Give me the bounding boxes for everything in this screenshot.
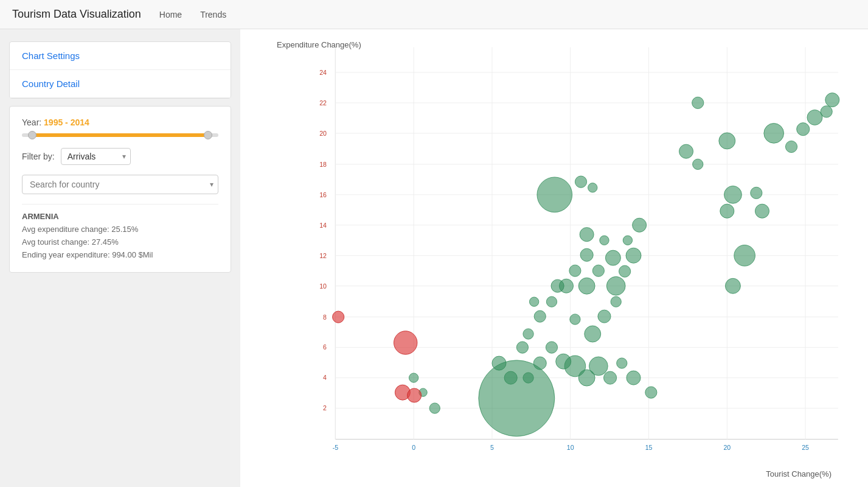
bubble[interactable] <box>645 387 657 398</box>
bubble[interactable] <box>617 358 627 368</box>
sidebar: Chart Settings Country Detail Year: 1995… <box>0 29 240 487</box>
bubble[interactable] <box>821 106 832 117</box>
bubble[interactable] <box>626 248 641 263</box>
svg-text:2: 2 <box>323 404 327 412</box>
bubble[interactable] <box>546 296 557 307</box>
year-range: 1995 - 2014 <box>44 117 89 127</box>
tab-country-detail-link[interactable]: Country Detail <box>22 79 80 89</box>
bubble[interactable] <box>611 296 621 307</box>
range-fill <box>32 133 209 137</box>
bubble[interactable] <box>598 310 611 323</box>
bubble[interactable] <box>492 356 506 370</box>
nav-home[interactable]: Home <box>159 10 182 19</box>
svg-text:16: 16 <box>319 191 327 198</box>
bubble[interactable] <box>600 236 609 245</box>
search-input[interactable] <box>22 175 218 194</box>
bubble[interactable] <box>578 278 595 294</box>
bubble[interactable] <box>725 278 740 293</box>
svg-text:20: 20 <box>723 444 731 451</box>
filter-select[interactable]: Arrivals Expenditure Both <box>61 148 131 165</box>
sidebar-card: Chart Settings Country Detail <box>9 41 231 99</box>
bubble[interactable] <box>409 373 418 382</box>
bubble[interactable] <box>516 342 528 353</box>
bubble[interactable] <box>825 93 839 107</box>
country-info: ARMENIA Avg expenditure change: 25.15% A… <box>22 204 218 261</box>
bubble[interactable] <box>533 357 546 370</box>
bubble[interactable] <box>619 265 631 277</box>
bubble[interactable] <box>580 248 593 261</box>
bubble[interactable] <box>797 123 810 136</box>
bubble[interactable] <box>755 204 769 218</box>
bubble[interactable] <box>623 236 632 245</box>
x-axis-title: Tourist Change(%) <box>766 469 832 478</box>
bubble[interactable] <box>807 110 822 125</box>
settings-section: Year: 1995 - 2014 Filter by: Arrivals Ex… <box>9 106 231 273</box>
svg-text:10: 10 <box>319 282 327 290</box>
bubble[interactable] <box>692 97 704 108</box>
nav-trends[interactable]: Trends <box>200 10 226 19</box>
year-label: Year: 1995 - 2014 <box>22 117 218 127</box>
bubble[interactable] <box>606 276 625 295</box>
svg-text:0: 0 <box>412 444 415 451</box>
bubble[interactable] <box>751 187 762 198</box>
bubble[interactable] <box>546 342 557 353</box>
bubble[interactable] <box>551 279 564 292</box>
bubble[interactable] <box>429 403 440 413</box>
bubble[interactable] <box>529 297 538 306</box>
bubble[interactable] <box>479 360 555 436</box>
bubble[interactable] <box>604 371 617 384</box>
bubble[interactable] <box>719 133 735 149</box>
tab-chart-settings-link[interactable]: Chart Settings <box>22 51 80 61</box>
bubble[interactable] <box>569 265 581 276</box>
main-layout: Chart Settings Country Detail Year: 1995… <box>0 29 868 487</box>
bubble[interactable] <box>504 371 517 384</box>
bubble[interactable] <box>679 144 693 158</box>
tab-chart-settings[interactable]: Chart Settings <box>10 42 231 70</box>
bubble[interactable] <box>633 218 647 232</box>
bubble[interactable] <box>589 357 608 376</box>
range-thumb-left[interactable] <box>28 131 36 139</box>
tab-country-detail[interactable]: Country Detail <box>10 70 231 98</box>
range-thumb-right[interactable] <box>204 131 212 139</box>
bubble[interactable] <box>785 141 797 152</box>
bubble[interactable] <box>734 245 755 266</box>
svg-text:20: 20 <box>319 130 327 137</box>
chart-area: Expenditure Change(%) Tourist Change(%) … <box>240 29 868 487</box>
app-title: Tourism Data Visualization <box>12 8 141 21</box>
navbar: Tourism Data Visualization Home Trends <box>0 0 868 29</box>
svg-text:5: 5 <box>490 444 494 451</box>
svg-text:10: 10 <box>567 444 574 451</box>
range-slider[interactable] <box>22 133 218 137</box>
bubble[interactable] <box>575 176 586 187</box>
bubble-red-1[interactable] <box>394 331 417 354</box>
bubble[interactable] <box>720 204 734 218</box>
svg-text:18: 18 <box>319 161 327 168</box>
bubble-armenia[interactable] <box>333 311 344 323</box>
bubble[interactable] <box>523 329 533 339</box>
svg-text:-5: -5 <box>333 444 339 451</box>
ending-year-expenditure: Ending year expenditure: 994.00 $Mil <box>22 249 218 262</box>
bubble[interactable] <box>605 250 620 265</box>
bubble[interactable] <box>592 265 604 276</box>
bubble[interactable] <box>523 373 533 383</box>
search-container: ▾ <box>22 175 218 194</box>
bubble[interactable] <box>627 371 641 385</box>
avg-expenditure: Avg expenditure change: 25.15% <box>22 223 218 236</box>
bubble[interactable] <box>724 186 742 203</box>
bubble-red-3[interactable] <box>408 388 422 402</box>
bubble[interactable] <box>534 310 546 322</box>
bubble[interactable] <box>570 314 580 324</box>
svg-text:15: 15 <box>645 444 653 451</box>
bubble[interactable] <box>693 159 703 169</box>
svg-text:24: 24 <box>319 69 327 76</box>
svg-text:25: 25 <box>802 444 809 451</box>
bubble[interactable] <box>580 228 594 242</box>
svg-text:12: 12 <box>319 252 327 259</box>
bubble[interactable] <box>764 124 784 144</box>
scatter-chart: 2 4 6 8 10 12 14 16 18 20 22 24 <box>277 41 856 463</box>
bubble[interactable] <box>537 177 572 212</box>
range-track <box>22 133 218 137</box>
country-name: ARMENIA <box>22 212 218 221</box>
bubble[interactable] <box>588 183 597 192</box>
bubble[interactable] <box>585 326 601 342</box>
